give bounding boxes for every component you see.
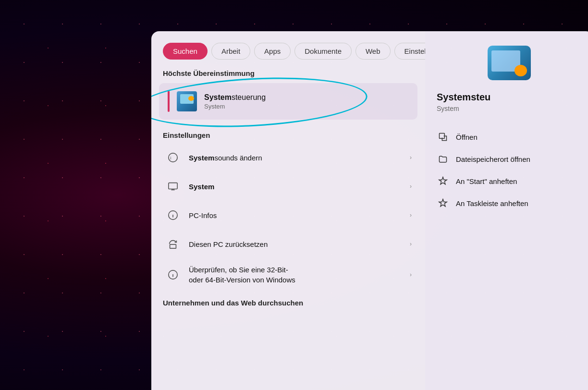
top-result-item[interactable]: Systemsteuerung System [159,83,417,120]
dateispeicherort-label: Dateispeicherort öffnen [456,155,530,163]
tab-arbeit[interactable]: Arbeit [211,43,250,60]
action-dateispeicherort[interactable]: Dateispeicherort öffnen [437,148,582,170]
tab-suchen[interactable]: Suchen [163,43,208,60]
action-oeffnen[interactable]: Öffnen [437,126,582,148]
top-result-name: Systemsteuerung [204,93,266,102]
settings-item-system-label: System [189,183,402,191]
top-result-text: Systemsteuerung System [204,93,266,110]
sounds-icon: i [165,149,181,166]
left-bar-accent [168,91,170,112]
left-pane: Suchen Arbeit Apps Dokumente Web Einstel… [151,31,425,390]
tab-apps[interactable]: Apps [254,43,291,60]
top-result-heading: Höchste Übereinstimmung [151,69,425,83]
control-panel-icon-graphic [177,91,197,111]
bitversion-chevron: › [410,271,412,278]
svg-text:i: i [171,156,172,160]
tab-einstellungen[interactable]: Einstellungen [394,43,425,60]
web-section-heading: Unternehmen und das Web durchsuchen [151,291,425,309]
tab-dokumente[interactable]: Dokumente [294,43,352,60]
bitversion-icon [165,267,181,283]
settings-item-system[interactable]: System › [159,172,417,201]
settings-item-sounds-label: Systemsounds ändern [189,154,402,162]
filter-tabs-row: Suchen Arbeit Apps Dokumente Web Einstel… [151,43,425,69]
right-app-title: Systemsteu [437,92,490,103]
action-an-start[interactable]: An "Start" anheften [437,170,582,192]
settings-item-reset[interactable]: Diesen PC zurücksetzen › [159,230,417,258]
svg-rect-8 [170,244,176,248]
svg-rect-2 [169,183,177,189]
tab-web[interactable]: Web [355,43,391,60]
oeffnen-label: Öffnen [456,133,478,141]
settings-item-pcinfos[interactable]: PC-Infos › [159,201,417,230]
pcinfos-icon [165,207,181,223]
control-panel-icon [176,91,197,112]
system-icon [165,178,181,195]
search-panel: Suchen Arbeit Apps Dokumente Web Einstel… [151,31,588,390]
top-result-name-bold: System [204,93,232,101]
an-start-icon [437,175,449,187]
dateispeicherort-icon [437,153,449,165]
action-an-taskleiste[interactable]: An Taskleiste anheften [437,192,582,214]
right-pane: Systemsteu System Öffnen Dateispeicheror… [425,31,588,390]
settings-item-bitversion[interactable]: Überprüfen, ob Sie eine 32-Bit-oder 64-B… [159,258,417,291]
settings-item-bitversion-label: Überprüfen, ob Sie eine 32-Bit-oder 64-B… [189,265,402,285]
settings-item-sounds[interactable]: i Systemsounds ändern › [159,143,417,172]
top-result-subtitle: System [204,103,266,110]
an-taskleiste-icon [437,197,449,209]
top-result-name-rest: steuerung [232,93,266,101]
pcinfos-chevron: › [410,212,412,219]
reset-icon [165,236,181,252]
settings-item-pcinfos-label: PC-Infos [189,211,402,219]
an-start-label: An "Start" anheften [456,177,517,185]
oeffnen-icon [437,131,449,143]
sounds-chevron: › [410,154,412,161]
settings-list: i Systemsounds ändern › [151,143,425,291]
svg-point-0 [169,153,177,162]
reset-chevron: › [410,241,412,247]
an-taskleiste-label: An Taskleiste anheften [456,199,528,207]
einstellungen-heading: Einstellungen [151,127,425,143]
right-app-icon [488,46,531,80]
settings-item-reset-label: Diesen PC zurücksetzen [189,240,402,248]
system-chevron: › [410,183,412,190]
right-app-subtitle: System [437,105,459,112]
